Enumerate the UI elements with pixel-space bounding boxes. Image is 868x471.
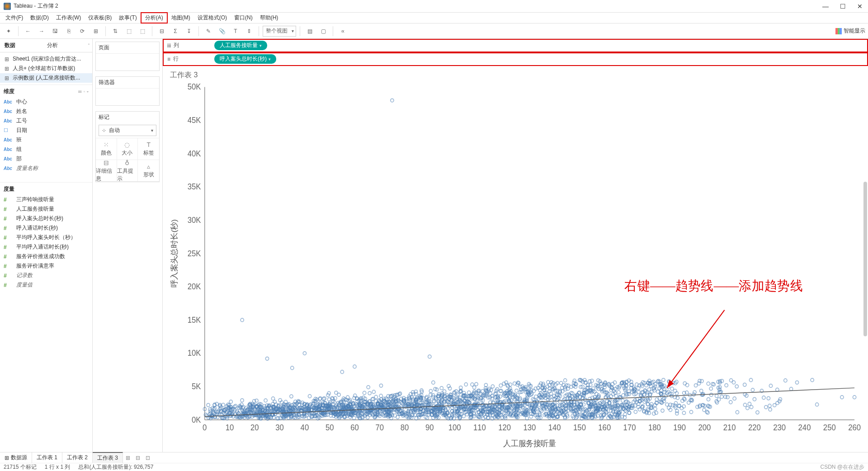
fit-dropdown[interactable]: 整个视图 bbox=[263, 26, 296, 37]
filters-shelf[interactable]: 筛选器 bbox=[95, 76, 160, 106]
new-datasource-button[interactable]: ⎘ bbox=[63, 25, 75, 37]
field-type-icon: # bbox=[4, 244, 14, 250]
menu-window[interactable]: 窗口(N) bbox=[231, 13, 256, 23]
separator bbox=[152, 26, 152, 36]
save-button[interactable]: 🖫 bbox=[49, 25, 61, 37]
dimension-field[interactable]: ☐日期 bbox=[0, 126, 92, 135]
dimension-field[interactable]: Abc度量名称 bbox=[0, 164, 92, 173]
sort-desc-button[interactable]: ⬚ bbox=[137, 25, 148, 37]
datasource-icon: ⊞ bbox=[4, 75, 10, 81]
text-button[interactable]: T bbox=[230, 25, 241, 37]
columns-pill[interactable]: 人工服务接听量 bbox=[214, 41, 267, 50]
sheet-tabs: ⊞数据源 工作表 1工作表 2工作表 3 ⊞ ⊟ ⊡ bbox=[0, 452, 868, 463]
datasource-item[interactable]: ⊞Sheet1 (玩家综合能力雷达... bbox=[0, 54, 92, 64]
svg-point-1449 bbox=[705, 410, 708, 414]
dimension-field[interactable]: Abc组 bbox=[0, 145, 92, 154]
measure-field[interactable]: #记录数 bbox=[0, 271, 92, 280]
datasource-item[interactable]: ⊞示例数据 (人工坐席接听数... bbox=[0, 73, 92, 83]
new-sheet-button[interactable]: ⊞ bbox=[90, 25, 102, 37]
mark-type-dropdown[interactable]: ⁘ 自动 bbox=[99, 125, 156, 136]
sheet-tab[interactable]: 工作表 3 bbox=[93, 452, 123, 463]
measure-field[interactable]: #服务评价满意率 bbox=[0, 261, 92, 271]
vertical-scrollbar[interactable] bbox=[863, 182, 867, 336]
undo-button[interactable]: ← bbox=[22, 25, 34, 37]
menu-data[interactable]: 数据(D) bbox=[27, 13, 52, 23]
measure-field[interactable]: #服务评价推送成功数 bbox=[0, 252, 92, 261]
svg-text:210: 210 bbox=[723, 424, 736, 432]
pin-button[interactable]: 📎 bbox=[216, 25, 228, 37]
marks-tooltip[interactable]: ♁工具提示 bbox=[117, 160, 138, 182]
measure-field[interactable]: #度量值 bbox=[0, 280, 92, 290]
tab-analytics[interactable]: 分析 bbox=[42, 39, 85, 52]
fix-axis-button[interactable]: ⇕ bbox=[243, 25, 255, 37]
swap-button[interactable]: ⇅ bbox=[109, 25, 121, 37]
redo-button[interactable]: → bbox=[36, 25, 47, 37]
marks-size[interactable]: ◌大小 bbox=[117, 138, 138, 160]
rows-shelf[interactable]: ≡行 呼入案头总时长(秒) bbox=[163, 52, 868, 66]
dimension-field[interactable]: Abc姓名 bbox=[0, 107, 92, 116]
datasource-tab[interactable]: ⊞数据源 bbox=[0, 452, 32, 463]
dimension-field[interactable]: Abc班 bbox=[0, 135, 92, 145]
measure-field[interactable]: #呼入案头总时长(秒) bbox=[0, 214, 92, 223]
datasource-item[interactable]: ⊞人员+ (全球超市订单数据) bbox=[0, 64, 92, 73]
tab-data[interactable]: 数据 bbox=[0, 39, 42, 52]
svg-point-627 bbox=[241, 399, 244, 402]
maximize-button[interactable]: ☐ bbox=[838, 3, 847, 10]
marks-shape[interactable]: ▵形状 bbox=[138, 160, 159, 182]
menu-map[interactable]: 地图(M) bbox=[168, 13, 194, 23]
measure-field[interactable]: #呼入通话时长(秒) bbox=[0, 223, 92, 233]
tableau-icon[interactable]: ✦ bbox=[3, 25, 14, 37]
svg-point-2024 bbox=[353, 416, 356, 420]
svg-text:150: 150 bbox=[573, 424, 586, 432]
chart[interactable]: 0K5K10K15K20K25K30K35K40K45K50K010203040… bbox=[168, 80, 861, 450]
new-worksheet-button[interactable]: ⊞ bbox=[123, 455, 133, 461]
separator bbox=[18, 26, 19, 36]
show-cards-button[interactable]: ▤ bbox=[304, 25, 316, 37]
menu-format[interactable]: 设置格式(O) bbox=[194, 13, 231, 23]
sheet-title[interactable]: 工作表 3 bbox=[170, 71, 863, 80]
measure-field[interactable]: #三声铃响接听量 bbox=[0, 195, 92, 204]
highlight-button[interactable]: ✎ bbox=[203, 25, 214, 37]
pages-shelf[interactable]: 页面 bbox=[95, 42, 160, 71]
dimension-field[interactable]: Abc工号 bbox=[0, 116, 92, 126]
menu-story[interactable]: 故事(T) bbox=[115, 13, 140, 23]
columns-shelf[interactable]: iii列 人工服务接听量 bbox=[163, 39, 868, 52]
sheet-tab[interactable]: 工作表 1 bbox=[32, 452, 62, 463]
close-button[interactable]: ✕ bbox=[855, 3, 864, 10]
marks-label[interactable]: T标签 bbox=[138, 138, 159, 160]
new-story-button[interactable]: ⊡ bbox=[143, 455, 153, 461]
svg-point-96 bbox=[689, 410, 693, 414]
show-me-button[interactable]: 智能显示 bbox=[835, 27, 865, 35]
minimize-button[interactable]: — bbox=[821, 3, 830, 10]
rows-pill[interactable]: 呼入案头总时长(秒) bbox=[214, 54, 276, 64]
dimensions-search-icon[interactable]: ⩸ ▫ ▾ bbox=[78, 89, 89, 94]
menu-analysis[interactable]: 分析(A) bbox=[141, 12, 168, 24]
menu-dashboard[interactable]: 仪表板(B) bbox=[85, 13, 115, 23]
refresh-button[interactable]: ⟳ bbox=[76, 25, 88, 37]
svg-point-90 bbox=[751, 388, 754, 392]
sheet-tab[interactable]: 工作表 2 bbox=[62, 452, 93, 463]
field-type-icon: Abc bbox=[4, 118, 14, 123]
svg-point-2675 bbox=[340, 370, 344, 374]
menu-file[interactable]: 文件(F) bbox=[2, 13, 27, 23]
labels-button[interactable]: ↧ bbox=[183, 25, 195, 37]
data-pane-menu-icon[interactable]: ▫ bbox=[85, 39, 92, 52]
measure-field[interactable]: #人工服务接听量 bbox=[0, 204, 92, 214]
menu-worksheet[interactable]: 工作表(W) bbox=[52, 13, 85, 23]
field-type-icon: # bbox=[4, 263, 14, 269]
dimension-field[interactable]: Abc部 bbox=[0, 154, 92, 164]
measure-field[interactable]: #平均呼入案头时长（秒） bbox=[0, 233, 92, 242]
share-button[interactable]: ∝ bbox=[337, 25, 349, 37]
marks-color[interactable]: ⁙颜色 bbox=[96, 138, 117, 160]
dimension-field[interactable]: Abc中心 bbox=[0, 97, 92, 107]
measure-field[interactable]: #平均呼入通话时长(秒) bbox=[0, 242, 92, 252]
presentation-button[interactable]: ▢ bbox=[317, 25, 329, 37]
marks-detail[interactable]: ⊟详细信息 bbox=[96, 160, 117, 182]
new-dashboard-button[interactable]: ⊟ bbox=[133, 455, 143, 461]
viz-area[interactable]: 工作表 3 0K5K10K15K20K25K30K35K40K45K50K010… bbox=[163, 66, 868, 452]
group-button[interactable]: ⊟ bbox=[156, 25, 168, 37]
menu-help[interactable]: 帮助(H) bbox=[256, 13, 282, 23]
totals-button[interactable]: Σ bbox=[170, 25, 181, 37]
svg-point-1515 bbox=[656, 390, 660, 394]
sort-asc-button[interactable]: ⬚ bbox=[123, 25, 135, 37]
